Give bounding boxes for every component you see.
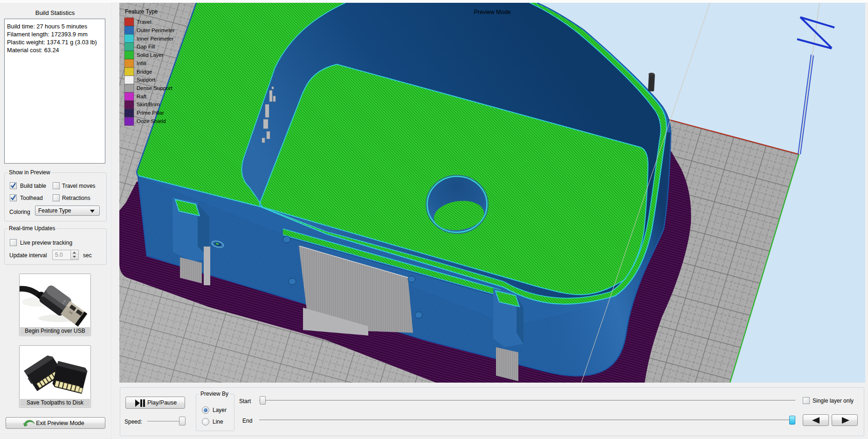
svg-text:Outer Perimeter: Outer Perimeter — [137, 27, 175, 33]
svg-text:Skirt/Brim: Skirt/Brim — [137, 102, 160, 107]
svg-text:Solid Layer: Solid Layer — [137, 52, 164, 58]
svg-text:Gap Fill: Gap Fill — [137, 44, 155, 49]
svg-text:Infill: Infill — [137, 61, 146, 66]
svg-text:Bridge: Bridge — [137, 69, 152, 75]
svg-text:Dense Support: Dense Support — [137, 85, 173, 91]
svg-text:Inner Perimeter: Inner Perimeter — [137, 36, 173, 41]
svg-text:Ooze Shield: Ooze Shield — [137, 118, 166, 124]
svg-text:Feature Type: Feature Type — [125, 8, 158, 15]
svg-text:Support: Support — [137, 77, 156, 82]
svg-text:Prime Pillar: Prime Pillar — [137, 110, 164, 116]
svg-text:Travel: Travel — [137, 19, 152, 25]
svg-text:Raft: Raft — [137, 94, 147, 99]
svg-text:Preview Mode: Preview Mode — [474, 9, 510, 15]
